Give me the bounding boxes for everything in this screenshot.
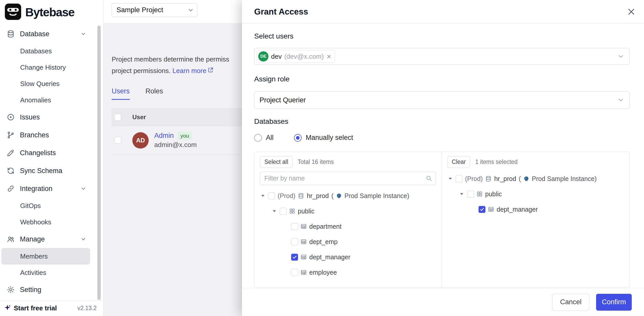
caret-down-icon[interactable] (260, 193, 266, 198)
sidebar-item-label: Webhooks (20, 218, 51, 226)
select-all-button[interactable]: Select all (260, 156, 292, 168)
instance-label: Prod Sample Instance) (344, 192, 409, 200)
chevron-down-icon (80, 236, 86, 242)
sidebar-item-integration[interactable]: Integration (2, 180, 90, 198)
selected-user-chip[interactable]: DE dev (dev@x.com) (257, 50, 335, 63)
sidebar-item-issues[interactable]: Issues (2, 108, 90, 126)
database-icon (298, 193, 304, 199)
database-icon (485, 176, 492, 182)
role-select[interactable]: Project Querier (254, 91, 630, 109)
cancel-button[interactable]: Cancel (552, 294, 589, 311)
select-users-input[interactable]: DE dev (dev@x.com) (254, 48, 630, 65)
sidebar-item-sync-schema[interactable]: Sync Schema (2, 162, 90, 180)
sidebar-item-anomalies[interactable]: Anomalies (2, 92, 90, 108)
column-header-user: User (132, 114, 146, 121)
instance-open-paren: ( (519, 175, 521, 183)
sidebar-item-activities[interactable]: Activities (2, 264, 90, 281)
schema-icon (289, 208, 295, 214)
grant-access-modal: Grant Access Select users DE dev (dev@x.… (242, 0, 644, 316)
modal-footer: Cancel Confirm (242, 288, 644, 316)
sidebar-item-changelists[interactable]: Changelists (2, 144, 90, 162)
sidebar-item-label: Activities (20, 269, 46, 277)
database-transfer-panel: Select all Total 16 items (Prod)hr_prod(… (254, 151, 630, 288)
sidebar-item-gitops[interactable]: GitOps (2, 198, 90, 214)
checkbox[interactable] (291, 254, 298, 261)
sidebar-item-label: Members (20, 252, 48, 260)
tree-row-department[interactable]: department (260, 219, 436, 234)
checkbox[interactable] (291, 223, 298, 230)
caret-down-icon[interactable] (459, 191, 465, 197)
sidebar-item-change-history[interactable]: Change History (2, 59, 90, 76)
sidebar-item-branches[interactable]: Branches (2, 126, 90, 144)
caret-down-icon[interactable] (272, 209, 277, 214)
checkbox[interactable] (280, 208, 287, 215)
user-name-link[interactable]: Admin (154, 132, 174, 140)
sidebar-item-members[interactable]: Members (2, 248, 90, 264)
select-users-label: Select users (254, 32, 293, 40)
tree-node-label: employee (309, 269, 337, 276)
schema-icon (476, 191, 483, 197)
issues-icon (7, 113, 15, 121)
sidebar-item-database[interactable]: Database (2, 25, 90, 43)
radio-icon[interactable] (294, 134, 302, 142)
select-all-checkbox[interactable] (114, 114, 121, 121)
sidebar-item-manage[interactable]: Manage (2, 230, 90, 248)
close-icon[interactable] (626, 6, 637, 17)
tree-row-hr-prod[interactable]: (Prod)hr_prod(Prod Sample Instance) (447, 171, 624, 186)
brand[interactable]: Bytebase (0, 0, 103, 24)
remove-user-icon[interactable] (326, 54, 332, 59)
sidebar-item-databases[interactable]: Databases (2, 43, 90, 59)
table-icon (488, 206, 494, 212)
tree-row-employee[interactable]: employee (260, 265, 436, 280)
checkbox[interactable] (479, 206, 485, 213)
source-tree: (Prod)hr_prod(Prod Sample Instance)publi… (260, 188, 436, 280)
version-label: v2.13.2 (78, 305, 97, 312)
brand-name: Bytebase (25, 5, 74, 19)
tree-node-label: public (298, 208, 314, 215)
radio-icon[interactable] (254, 134, 262, 142)
checkbox[interactable] (291, 238, 298, 245)
modal-header: Grant Access (242, 0, 644, 23)
checkbox[interactable] (291, 269, 298, 276)
instance-open-paren: ( (331, 192, 333, 200)
radio-manually-select[interactable]: Manually select (294, 134, 353, 142)
clear-button[interactable]: Clear (447, 156, 470, 168)
sidebar-item-webhooks[interactable]: Webhooks (2, 214, 90, 230)
sidebar-item-label: Databases (20, 47, 52, 55)
sidebar-item-label: Integration (20, 185, 53, 193)
sidebar-scrollbar[interactable] (97, 26, 101, 300)
caret-down-icon[interactable] (447, 176, 453, 181)
sidebar-item-label: Changelists (20, 149, 56, 157)
postgres-icon (336, 193, 342, 199)
start-free-trial-link[interactable]: Start free trial (14, 304, 57, 312)
sidebar-item-label: Sync Schema (20, 167, 62, 175)
search-icon (426, 175, 432, 182)
tree-row-dept-manager[interactable]: dept_manager (447, 202, 624, 217)
you-badge: you (177, 132, 192, 140)
intro-text: Project members determine the permiss pr… (112, 54, 229, 77)
tree-node-label: dept_manager (497, 206, 538, 213)
confirm-button[interactable]: Confirm (596, 294, 632, 311)
tree-row-hr-prod[interactable]: (Prod)hr_prod(Prod Sample Instance) (260, 188, 436, 203)
intro-line-2: project permissions. Learn more (112, 65, 229, 77)
sidebar-item-label: Anomalies (20, 96, 51, 104)
sidebar-item-slow-queries[interactable]: Slow Queries (2, 76, 90, 92)
learn-more-link[interactable]: Learn more (172, 65, 214, 77)
checkbox[interactable] (268, 192, 275, 199)
radio-all[interactable]: All (254, 134, 274, 142)
tree-row-public[interactable]: public (260, 203, 436, 219)
sidebar-item-setting[interactable]: Setting (2, 281, 90, 299)
tree-row-public[interactable]: public (447, 186, 624, 202)
row-checkbox[interactable] (114, 137, 121, 144)
project-select[interactable]: Sample Project (112, 3, 197, 17)
chevron-down-icon (80, 186, 86, 192)
tab-users[interactable]: Users (112, 87, 130, 100)
tree-row-dept-emp[interactable]: dept_emp (260, 234, 436, 249)
tree-row-dept-manager[interactable]: dept_manager (260, 249, 436, 265)
instance-label: Prod Sample Instance) (532, 175, 597, 183)
chip-user-name: dev (271, 53, 282, 60)
tab-roles[interactable]: Roles (146, 87, 163, 100)
checkbox[interactable] (456, 175, 462, 182)
checkbox[interactable] (467, 191, 474, 198)
filter-input[interactable] (260, 172, 436, 185)
